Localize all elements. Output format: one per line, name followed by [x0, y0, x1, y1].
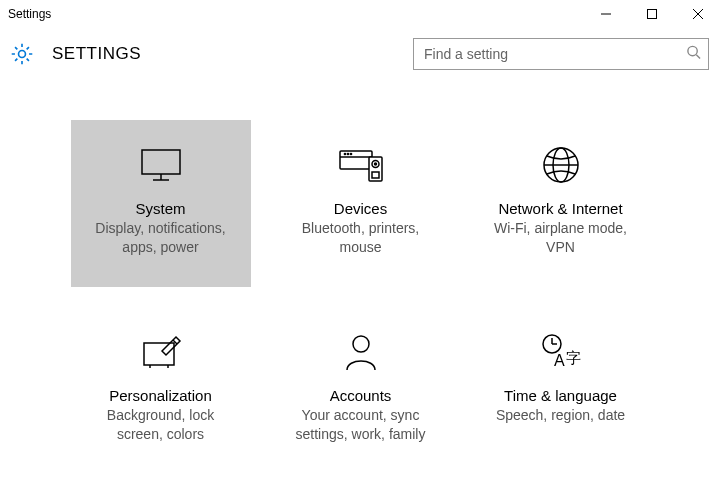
tile-desc: Bluetooth, printers, mouse	[283, 219, 439, 257]
gear-icon	[8, 40, 36, 68]
tile-title: System	[135, 200, 185, 217]
tile-desc: Wi-Fi, airplane mode, VPN	[483, 219, 639, 257]
svg-point-13	[344, 153, 345, 154]
personalization-icon	[138, 329, 184, 375]
search-icon	[686, 45, 701, 64]
svg-point-27	[353, 336, 369, 352]
minimize-icon	[601, 9, 611, 19]
tile-devices[interactable]: Devices Bluetooth, printers, mouse	[271, 120, 451, 287]
svg-rect-1	[648, 10, 657, 19]
window-title: Settings	[0, 7, 51, 21]
svg-point-5	[688, 46, 697, 55]
svg-line-6	[696, 55, 700, 59]
svg-point-14	[347, 153, 348, 154]
tile-title: Personalization	[109, 387, 212, 404]
svg-point-15	[350, 153, 351, 154]
tile-accounts[interactable]: Accounts Your account, sync settings, wo…	[271, 307, 451, 474]
monitor-icon	[139, 142, 183, 188]
tile-time-language[interactable]: A 字 Time & language Speech, region, date	[471, 307, 651, 474]
svg-rect-7	[142, 150, 180, 174]
titlebar: Settings	[0, 0, 721, 28]
tile-title: Time & language	[504, 387, 617, 404]
tile-network[interactable]: Network & Internet Wi-Fi, airplane mode,…	[471, 120, 651, 287]
page-title: SETTINGS	[52, 44, 141, 64]
svg-text:A: A	[554, 352, 565, 369]
tile-desc: Display, notifications, apps, power	[83, 219, 239, 257]
svg-rect-23	[144, 343, 174, 365]
tile-desc: Your account, sync settings, work, famil…	[283, 406, 439, 444]
tile-desc: Background, lock screen, colors	[83, 406, 239, 444]
search-wrap	[413, 38, 709, 70]
maximize-button[interactable]	[629, 0, 675, 28]
tiles-grid: System Display, notifications, apps, pow…	[0, 80, 721, 474]
tile-title: Network & Internet	[498, 200, 622, 217]
close-icon	[693, 9, 703, 19]
tile-system[interactable]: System Display, notifications, apps, pow…	[71, 120, 251, 287]
header-left: SETTINGS	[8, 40, 141, 68]
svg-point-4	[19, 51, 26, 58]
person-icon	[344, 329, 378, 375]
window-controls	[583, 0, 721, 28]
tile-personalization[interactable]: Personalization Background, lock screen,…	[71, 307, 251, 474]
maximize-icon	[647, 9, 657, 19]
globe-icon	[541, 142, 581, 188]
svg-point-18	[374, 163, 376, 165]
close-button[interactable]	[675, 0, 721, 28]
devices-icon	[336, 142, 386, 188]
search-input[interactable]	[413, 38, 709, 70]
time-language-icon: A 字	[538, 329, 584, 375]
header: SETTINGS	[0, 28, 721, 80]
tile-title: Accounts	[330, 387, 392, 404]
tile-desc: Speech, region, date	[496, 406, 625, 425]
svg-text:字: 字	[566, 349, 581, 366]
minimize-button[interactable]	[583, 0, 629, 28]
tile-title: Devices	[334, 200, 387, 217]
